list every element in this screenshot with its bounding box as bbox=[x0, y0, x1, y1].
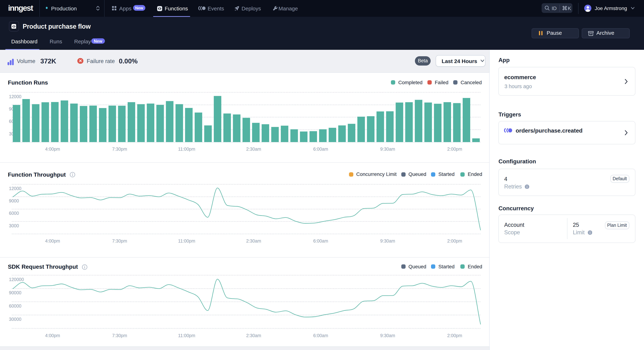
svg-text:9:30am: 9:30am bbox=[380, 147, 395, 152]
svg-text:11:00pm: 11:00pm bbox=[178, 238, 195, 243]
svg-text:4:00pm: 4:00pm bbox=[45, 333, 60, 338]
svg-text:2:30am: 2:30am bbox=[246, 333, 261, 338]
svg-text:7:30pm: 7:30pm bbox=[112, 147, 127, 152]
svg-text:2:30am: 2:30am bbox=[246, 147, 261, 152]
svg-text:6:00am: 6:00am bbox=[313, 238, 328, 243]
svg-text:7:30pm: 7:30pm bbox=[112, 238, 127, 243]
svg-text:30000: 30000 bbox=[9, 317, 22, 322]
svg-text:120000: 120000 bbox=[9, 277, 24, 282]
svg-text:3000: 3000 bbox=[9, 223, 19, 228]
svg-text:6:00am: 6:00am bbox=[313, 147, 328, 152]
svg-text:9:30am: 9:30am bbox=[380, 333, 395, 338]
svg-text:7:30pm: 7:30pm bbox=[112, 333, 127, 338]
svg-text:2:00pm: 2:00pm bbox=[447, 147, 462, 152]
svg-text:11:00pm: 11:00pm bbox=[178, 147, 195, 152]
svg-text:12000: 12000 bbox=[9, 94, 22, 99]
svg-text:90000: 90000 bbox=[9, 290, 22, 295]
svg-text:2:30am: 2:30am bbox=[246, 238, 261, 243]
svg-text:4:00pm: 4:00pm bbox=[45, 147, 60, 152]
svg-text:2:00pm: 2:00pm bbox=[447, 333, 462, 338]
svg-text:2:00pm: 2:00pm bbox=[447, 238, 462, 243]
svg-text:11:00pm: 11:00pm bbox=[178, 333, 195, 338]
svg-text:60000: 60000 bbox=[9, 303, 22, 308]
svg-text:6:00am: 6:00am bbox=[313, 333, 328, 338]
svg-text:9000: 9000 bbox=[9, 198, 19, 203]
svg-text:9:30am: 9:30am bbox=[380, 238, 395, 243]
svg-text:4:00pm: 4:00pm bbox=[45, 238, 60, 243]
svg-text:6000: 6000 bbox=[9, 211, 19, 216]
svg-text:12000: 12000 bbox=[9, 186, 22, 191]
